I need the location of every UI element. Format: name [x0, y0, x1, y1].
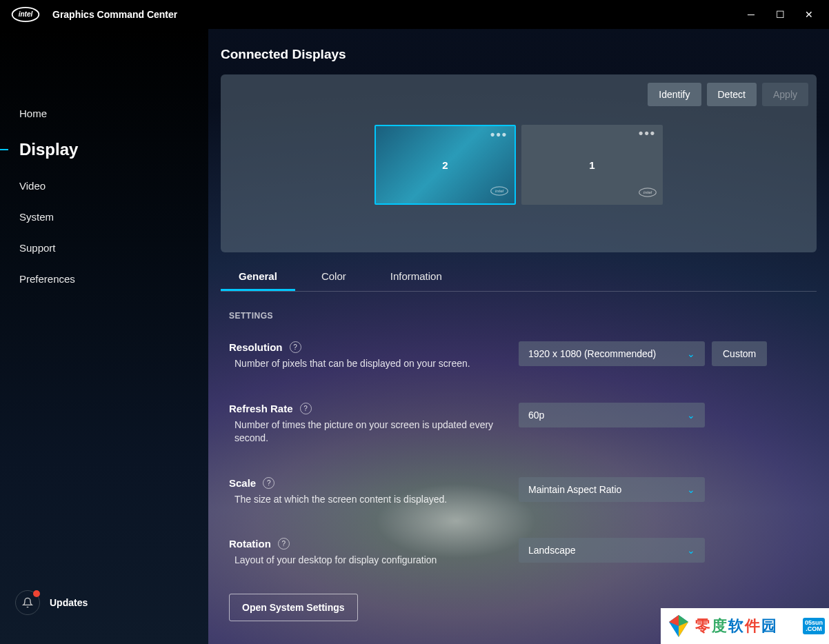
- svg-text:intel: intel: [19, 10, 33, 18]
- bell-icon: [15, 590, 40, 615]
- help-icon[interactable]: ?: [278, 538, 290, 550]
- monitor-1[interactable]: ••• 1 intel: [521, 125, 663, 205]
- rotation-desc: Layout of your desktop for display confi…: [229, 554, 498, 567]
- rotation-dropdown[interactable]: Landscape ⌄: [519, 538, 705, 563]
- custom-resolution-button[interactable]: Custom: [712, 341, 767, 366]
- svg-text:intel: intel: [495, 188, 504, 193]
- app-title: Graphics Command Center: [52, 9, 177, 20]
- refresh-value: 60p: [528, 410, 544, 421]
- chevron-down-icon: ⌄: [687, 410, 695, 421]
- watermark-badge: 05sun.COM: [803, 618, 825, 635]
- window-maximize-icon[interactable]: ☐: [775, 10, 785, 19]
- refresh-desc: Number of times the picture on your scre…: [229, 419, 498, 445]
- setting-scale: Scale ? The size at which the screen con…: [229, 477, 808, 507]
- monitor-2[interactable]: ••• 2 intel: [374, 125, 516, 205]
- resolution-value: 1920 x 1080 (Recommended): [528, 348, 656, 359]
- resolution-desc: Number of pixels that can be displayed o…: [229, 357, 498, 371]
- window-close-icon[interactable]: ✕: [804, 10, 814, 19]
- tab-information[interactable]: Information: [372, 262, 460, 291]
- watermark: 零度软件园 05sun.COM: [661, 608, 829, 644]
- intel-badge-icon: intel: [490, 185, 509, 199]
- notification-dot-icon: [33, 590, 40, 597]
- detect-button[interactable]: Detect: [707, 83, 757, 106]
- sidebar-item-preferences[interactable]: Preferences: [0, 263, 208, 294]
- tab-general[interactable]: General: [221, 262, 295, 291]
- sidebar-item-display[interactable]: Display: [0, 129, 208, 170]
- sidebar-item-system[interactable]: System: [0, 201, 208, 232]
- scale-value: Maintain Aspect Ratio: [528, 484, 621, 495]
- intel-badge-icon: intel: [638, 186, 657, 201]
- svg-text:intel: intel: [643, 190, 652, 194]
- settings-header: SETTINGS: [229, 311, 808, 321]
- scale-desc: The size at which the screen content is …: [229, 493, 498, 507]
- help-icon[interactable]: ?: [300, 403, 312, 414]
- apply-button: Apply: [762, 83, 808, 106]
- monitor-menu-icon[interactable]: •••: [490, 132, 508, 137]
- monitor-id: 1: [589, 159, 595, 171]
- chevron-down-icon: ⌄: [687, 484, 695, 495]
- sidebar: Home Display Video System Support Prefer…: [0, 29, 208, 644]
- help-icon[interactable]: ?: [263, 477, 274, 489]
- identify-button[interactable]: Identify: [648, 83, 701, 106]
- chevron-down-icon: ⌄: [687, 545, 695, 556]
- sidebar-item-video[interactable]: Video: [0, 170, 208, 201]
- updates-label: Updates: [50, 597, 88, 608]
- tab-bar: General Color Information: [221, 262, 817, 292]
- watermark-logo-icon: [665, 612, 692, 640]
- help-icon[interactable]: ?: [290, 341, 301, 353]
- resolution-dropdown[interactable]: 1920 x 1080 (Recommended) ⌄: [519, 341, 705, 366]
- display-arrangement-panel: Identify Detect Apply ••• 2 intel ••• 1 …: [221, 74, 817, 252]
- main-content: Connected Displays Identify Detect Apply…: [208, 29, 829, 644]
- titlebar: intel Graphics Command Center ─ ☐ ✕: [0, 0, 829, 29]
- watermark-text: 零度软件园: [695, 616, 800, 636]
- sidebar-item-home[interactable]: Home: [0, 98, 208, 129]
- intel-logo-icon: intel: [11, 6, 40, 23]
- scale-dropdown[interactable]: Maintain Aspect Ratio ⌄: [519, 477, 705, 502]
- setting-resolution: Resolution ? Number of pixels that can b…: [229, 341, 808, 371]
- resolution-label: Resolution: [229, 341, 283, 353]
- updates-button[interactable]: Updates: [15, 590, 88, 615]
- refresh-label: Refresh Rate: [229, 403, 293, 414]
- window-minimize-icon[interactable]: ─: [746, 10, 756, 19]
- chevron-down-icon: ⌄: [687, 348, 695, 359]
- section-title: Connected Displays: [221, 47, 817, 62]
- monitor-id: 2: [442, 159, 448, 171]
- sidebar-item-support[interactable]: Support: [0, 232, 208, 263]
- rotation-label: Rotation: [229, 538, 271, 550]
- setting-rotation: Rotation ? Layout of your desktop for di…: [229, 538, 808, 567]
- refresh-dropdown[interactable]: 60p ⌄: [519, 403, 705, 427]
- scale-label: Scale: [229, 477, 256, 489]
- monitor-menu-icon[interactable]: •••: [639, 130, 656, 136]
- tab-color[interactable]: Color: [303, 262, 364, 291]
- setting-refresh-rate: Refresh Rate ? Number of times the pictu…: [229, 403, 808, 445]
- open-system-settings-button[interactable]: Open System Settings: [229, 594, 358, 621]
- rotation-value: Landscape: [528, 545, 576, 556]
